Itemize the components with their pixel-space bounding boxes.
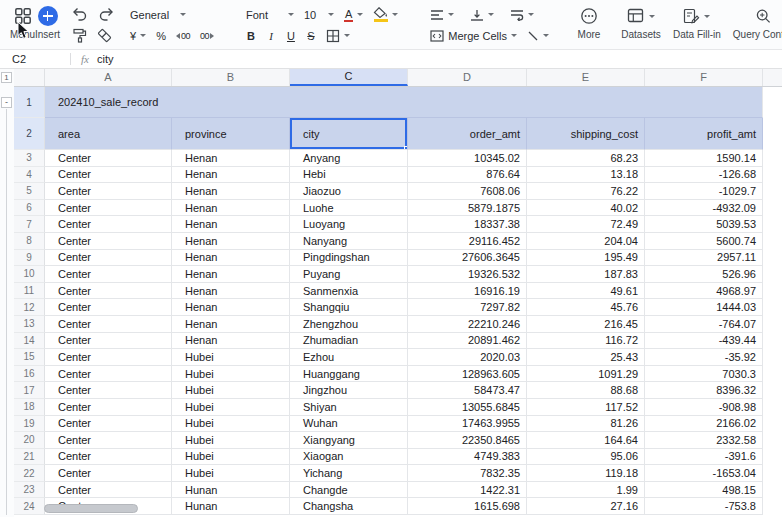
- data-cell[interactable]: 2166.02: [645, 416, 763, 433]
- diagonal-border-button[interactable]: [523, 28, 553, 44]
- data-cell[interactable]: 1.99: [527, 482, 645, 499]
- row-number-19[interactable]: 19: [14, 416, 45, 433]
- data-cell[interactable]: Luohe: [290, 200, 408, 217]
- data-cell[interactable]: Center: [45, 216, 172, 233]
- data-cell[interactable]: Henan: [172, 333, 290, 350]
- data-cell[interactable]: Center: [45, 465, 172, 482]
- data-cell[interactable]: -764.07: [645, 316, 763, 333]
- active-cell-c2[interactable]: city: [290, 118, 408, 150]
- currency-format-button[interactable]: ¥: [126, 28, 150, 44]
- data-cell[interactable]: 116.72: [527, 333, 645, 350]
- data-cell[interactable]: -126.68: [645, 167, 763, 184]
- data-cell[interactable]: 58473.47: [408, 382, 527, 399]
- data-cell[interactable]: 22210.246: [408, 316, 527, 333]
- data-cell[interactable]: Sanmenxia: [290, 283, 408, 300]
- data-cell[interactable]: Henan: [172, 250, 290, 267]
- data-cell[interactable]: 29116.452: [408, 233, 527, 250]
- data-cell[interactable]: Luoyang: [290, 216, 408, 233]
- data-cell[interactable]: 1590.14: [645, 150, 763, 167]
- data-cell[interactable]: 1444.03: [645, 299, 763, 316]
- data-cell[interactable]: Henan: [172, 316, 290, 333]
- column-header-d[interactable]: D: [408, 69, 527, 86]
- percent-format-button[interactable]: %: [152, 28, 170, 44]
- data-cell[interactable]: 5039.53: [645, 216, 763, 233]
- data-cell[interactable]: 25.43: [527, 349, 645, 366]
- data-cell[interactable]: Hubei: [172, 382, 290, 399]
- data-cell[interactable]: 2020.03: [408, 349, 527, 366]
- italic-button[interactable]: I: [262, 28, 280, 44]
- data-cell[interactable]: Center: [45, 299, 172, 316]
- data-cell[interactable]: Henan: [172, 233, 290, 250]
- name-box[interactable]: C2: [0, 53, 70, 65]
- data-cell[interactable]: Pingdingshan: [290, 250, 408, 267]
- font-size-dropdown[interactable]: 10: [300, 7, 338, 23]
- data-cell[interactable]: 13.18: [527, 167, 645, 184]
- row-number-2[interactable]: 2: [14, 118, 45, 150]
- merged-title-cell[interactable]: 202410_sale_record: [45, 87, 763, 118]
- header-cell[interactable]: shipping_cost: [527, 118, 645, 150]
- data-cell[interactable]: Xiangyang: [290, 432, 408, 449]
- column-header-e[interactable]: E: [527, 69, 645, 86]
- data-cell[interactable]: Jingzhou: [290, 382, 408, 399]
- data-cell[interactable]: Huanggang: [290, 366, 408, 383]
- column-header-f[interactable]: F: [645, 69, 763, 86]
- row-number-24[interactable]: 24: [14, 498, 45, 515]
- header-cell[interactable]: profit_amt: [645, 118, 763, 150]
- outline-collapse-button[interactable]: -: [1, 97, 12, 108]
- data-cell[interactable]: 27606.3645: [408, 250, 527, 267]
- data-cell[interactable]: 45.76: [527, 299, 645, 316]
- undo-button[interactable]: [68, 5, 92, 24]
- merge-cells-button[interactable]: Merge Cells: [426, 28, 521, 44]
- data-cell[interactable]: Changde: [290, 482, 408, 499]
- data-cell[interactable]: Center: [45, 200, 172, 217]
- data-cell[interactable]: Zhumadian: [290, 333, 408, 350]
- data-cell[interactable]: Wuhan: [290, 416, 408, 433]
- eraser-button[interactable]: [93, 26, 116, 45]
- data-cell[interactable]: Hebi: [290, 167, 408, 184]
- data-cell[interactable]: Hubei: [172, 416, 290, 433]
- datasets-button[interactable]: Datasets: [621, 4, 661, 40]
- row-number-13[interactable]: 13: [14, 316, 45, 333]
- data-cell[interactable]: 216.45: [527, 316, 645, 333]
- data-cell[interactable]: Center: [45, 366, 172, 383]
- data-cell[interactable]: Jiaozuo: [290, 183, 408, 200]
- data-cell[interactable]: 7297.82: [408, 299, 527, 316]
- data-cell[interactable]: 164.64: [527, 432, 645, 449]
- redo-button[interactable]: [94, 5, 118, 24]
- format-painter-button[interactable]: [68, 26, 91, 45]
- data-cell[interactable]: -1029.7: [645, 183, 763, 200]
- data-cell[interactable]: 1615.698: [408, 498, 527, 515]
- row-number-6[interactable]: 6: [14, 200, 45, 217]
- row-number-14[interactable]: 14: [14, 333, 45, 350]
- data-cell[interactable]: Henan: [172, 200, 290, 217]
- data-cell[interactable]: 8396.32: [645, 382, 763, 399]
- data-cell[interactable]: 17463.9955: [408, 416, 527, 433]
- data-fill-in-button[interactable]: Data Fill-in: [673, 4, 721, 40]
- data-cell[interactable]: Shiyan: [290, 399, 408, 416]
- data-cell[interactable]: -4932.09: [645, 200, 763, 217]
- data-cell[interactable]: Center: [45, 349, 172, 366]
- row-number-12[interactable]: 12: [14, 299, 45, 316]
- row-number-17[interactable]: 17: [14, 382, 45, 399]
- data-cell[interactable]: 119.18: [527, 465, 645, 482]
- data-cell[interactable]: 7608.06: [408, 183, 527, 200]
- data-cell[interactable]: 2332.58: [645, 432, 763, 449]
- strikethrough-button[interactable]: S: [302, 28, 320, 44]
- data-cell[interactable]: Center: [45, 482, 172, 499]
- data-cell[interactable]: Xiaogan: [290, 449, 408, 466]
- data-cell[interactable]: 5600.74: [645, 233, 763, 250]
- data-cell[interactable]: Center: [45, 250, 172, 267]
- data-cell[interactable]: Center: [45, 432, 172, 449]
- underline-button[interactable]: U: [282, 28, 300, 44]
- data-cell[interactable]: 5879.1875: [408, 200, 527, 217]
- data-cell[interactable]: 22350.8465: [408, 432, 527, 449]
- data-cell[interactable]: 117.52: [527, 399, 645, 416]
- data-cell[interactable]: Henan: [172, 283, 290, 300]
- font-color-button[interactable]: A: [340, 6, 367, 24]
- data-cell[interactable]: -908.98: [645, 399, 763, 416]
- data-cell[interactable]: Puyang: [290, 266, 408, 283]
- data-cell[interactable]: Center: [45, 233, 172, 250]
- data-cell[interactable]: Hubei: [172, 349, 290, 366]
- data-cell[interactable]: -1653.04: [645, 465, 763, 482]
- data-cell[interactable]: Hubei: [172, 449, 290, 466]
